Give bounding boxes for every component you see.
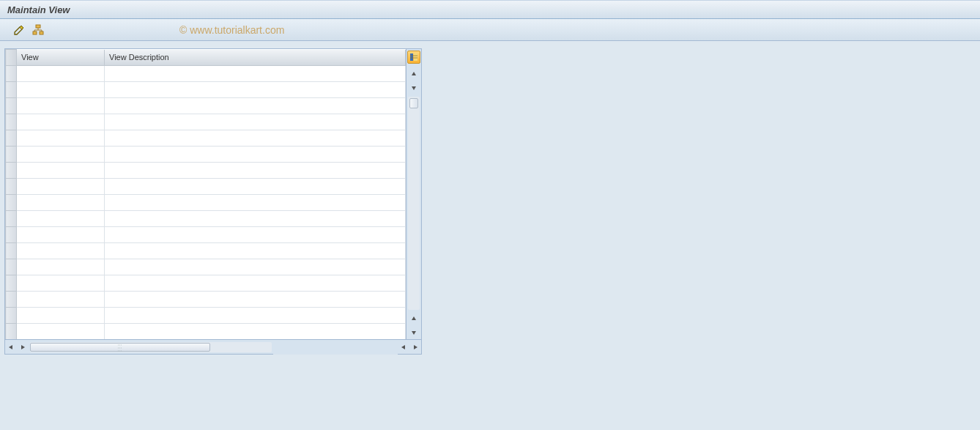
row-selector[interactable] (6, 324, 17, 340)
cell-view[interactable] (17, 130, 105, 147)
table-row[interactable] (6, 82, 406, 98)
cell-description[interactable] (105, 227, 406, 243)
cell-description[interactable] (105, 66, 406, 82)
row-selector[interactable] (6, 292, 17, 308)
cell-view[interactable] (17, 114, 105, 130)
svg-rect-3 (410, 53, 413, 61)
row-selector[interactable] (6, 82, 17, 98)
row-selector[interactable] (6, 259, 17, 275)
table-row[interactable] (6, 147, 406, 163)
table-row[interactable] (6, 275, 406, 292)
table-row[interactable] (6, 292, 406, 308)
row-selector[interactable] (6, 243, 17, 259)
cell-view[interactable] (17, 211, 105, 227)
scroll-up-button[interactable] (407, 67, 420, 81)
cell-view[interactable] (17, 179, 105, 195)
cell-description[interactable] (105, 308, 406, 324)
scrollbar-spacer (273, 340, 398, 355)
horizontal-scrollbar-thumb[interactable] (30, 343, 210, 352)
table-row[interactable] (6, 259, 406, 275)
row-selector[interactable] (6, 98, 17, 114)
cell-description[interactable] (105, 259, 406, 275)
table-row[interactable] (6, 66, 406, 82)
cell-view[interactable] (17, 324, 105, 340)
table-row[interactable] (6, 130, 406, 147)
hierarchy-button[interactable] (31, 23, 45, 37)
svg-rect-2 (40, 31, 43, 34)
scroll-down-button[interactable] (407, 81, 420, 94)
vertical-scrollbar-thumb[interactable] (409, 98, 418, 108)
table-row[interactable] (6, 114, 406, 130)
cell-description[interactable] (105, 114, 406, 130)
select-all-corner[interactable] (6, 50, 17, 66)
triangle-left-icon (8, 344, 14, 350)
cell-description[interactable] (105, 324, 406, 340)
scroll-right-first-button[interactable] (17, 341, 29, 353)
triangle-down-icon (411, 85, 417, 91)
table-row[interactable] (6, 243, 406, 259)
cell-view[interactable] (17, 163, 105, 179)
cell-view[interactable] (17, 259, 105, 275)
cell-description[interactable] (105, 195, 406, 211)
table-settings-button[interactable] (407, 51, 420, 64)
cell-description[interactable] (105, 82, 406, 98)
view-table[interactable]: View View Description (5, 49, 406, 339)
application-toolbar: © www.tutorialkart.com (0, 19, 980, 41)
table-row[interactable] (6, 195, 406, 211)
vertical-scrollbar-track[interactable] (408, 97, 420, 310)
horizontal-scroll-area (5, 339, 421, 354)
cell-view[interactable] (17, 227, 105, 243)
scroll-right-second-button[interactable] (409, 341, 421, 353)
cell-view[interactable] (17, 292, 105, 308)
cell-view[interactable] (17, 195, 105, 211)
row-selector[interactable] (6, 114, 17, 130)
cell-view[interactable] (17, 275, 105, 292)
cell-description[interactable] (105, 147, 406, 163)
edit-button[interactable] (12, 23, 26, 37)
row-selector[interactable] (6, 308, 17, 324)
scroll-up-bottom-button[interactable] (407, 312, 420, 325)
scroll-left-first-button[interactable] (5, 341, 17, 353)
triangle-right-icon (412, 344, 418, 350)
triangle-down-icon (411, 330, 417, 336)
table-row[interactable] (6, 308, 406, 324)
triangle-up-icon (411, 316, 417, 322)
triangle-left-icon (401, 344, 407, 350)
vertical-scroll-area (406, 49, 421, 339)
table-row[interactable] (6, 324, 406, 340)
cell-description[interactable] (105, 292, 406, 308)
table-row[interactable] (6, 227, 406, 243)
cell-description[interactable] (105, 211, 406, 227)
cell-view[interactable] (17, 66, 105, 82)
row-selector[interactable] (6, 227, 17, 243)
row-selector[interactable] (6, 147, 17, 163)
cell-description[interactable] (105, 243, 406, 259)
table-control: View View Description (4, 48, 422, 355)
column-header-description[interactable]: View Description (105, 50, 406, 66)
cell-description[interactable] (105, 98, 406, 114)
row-selector[interactable] (6, 211, 17, 227)
cell-view[interactable] (17, 98, 105, 114)
row-selector[interactable] (6, 163, 17, 179)
cell-description[interactable] (105, 163, 406, 179)
row-selector[interactable] (6, 130, 17, 147)
row-selector[interactable] (6, 179, 17, 195)
table-row[interactable] (6, 98, 406, 114)
table-row[interactable] (6, 179, 406, 195)
table-row[interactable] (6, 211, 406, 227)
cell-view[interactable] (17, 308, 105, 324)
cell-view[interactable] (17, 82, 105, 98)
row-selector[interactable] (6, 66, 17, 82)
row-selector[interactable] (6, 275, 17, 292)
scroll-down-bottom-button[interactable] (407, 326, 420, 339)
column-header-view[interactable]: View (17, 50, 105, 66)
table-row[interactable] (6, 163, 406, 179)
cell-view[interactable] (17, 147, 105, 163)
row-selector[interactable] (6, 195, 17, 211)
cell-description[interactable] (105, 275, 406, 292)
cell-description[interactable] (105, 130, 406, 147)
cell-view[interactable] (17, 243, 105, 259)
cell-description[interactable] (105, 179, 406, 195)
horizontal-scrollbar-track[interactable] (30, 342, 272, 352)
scroll-left-second-button[interactable] (398, 341, 409, 353)
